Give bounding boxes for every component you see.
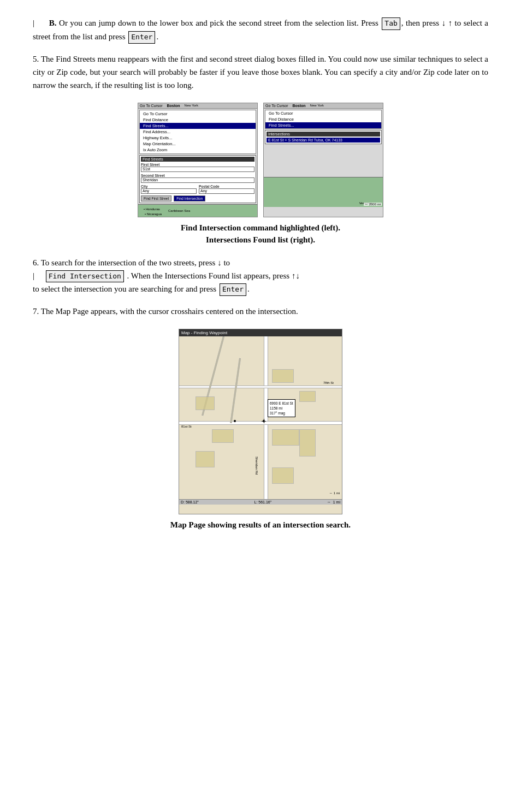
block-2 <box>299 391 316 402</box>
callout-line1: 6993 E 81st St <box>270 401 293 406</box>
pipe-symbol: | <box>33 19 34 27</box>
mini-map-left: • Honduras • Nicaragua Caribbean Sea Ven… <box>138 204 257 217</box>
down-arrow: ↓ <box>442 18 446 27</box>
dropdown-menu: Go To Cursor Find Distance Find Streets.… <box>139 110 256 154</box>
nav-item-york: New York <box>185 104 198 108</box>
second-street-input[interactable]: Sheridan <box>141 177 254 183</box>
paragraph-3: 6. To search for the intersection of the… <box>33 256 488 297</box>
nav-item-goto-r: Go To Cursor <box>265 104 288 108</box>
81st-st <box>179 421 342 425</box>
road-label-78th: 78th St <box>323 381 334 384</box>
tab-key: Tab <box>382 17 400 30</box>
map-callout: 6993 E 81st St 1158 mi 317° mag <box>268 399 295 417</box>
caption-1-line2: Intersections Found list (right). <box>33 234 488 246</box>
caption-1-line1: Find Intersection command highlighted (l… <box>33 222 488 234</box>
city-col: City Any <box>141 185 197 194</box>
callout-line2: 1158 mi <box>270 406 293 411</box>
nav-york-r: New York <box>310 104 324 108</box>
diagonal-road-2 <box>230 358 241 423</box>
block-8 <box>272 467 294 484</box>
postal-input[interactable]: Any <box>199 188 254 194</box>
intersection-item[interactable]: E 81st St + S Sheridan Rd Tulsa, OK 7413… <box>267 138 380 143</box>
map-title-bar: Map - Finding Waypoint <box>179 329 342 336</box>
map-scale-bar: ↔ 1 mi <box>329 491 340 495</box>
callout-line3: 317° mag <box>270 411 293 416</box>
pipe-p3: | <box>33 271 34 280</box>
screenshots-row-1: Go To Cursor Boston New York Go To Curso… <box>33 103 488 217</box>
right-screenshot: Go To Cursor Boston New York Go To Curso… <box>263 103 383 217</box>
nav-bar-right: Go To Cursor Boston New York <box>264 103 383 109</box>
panel-title: Find Streets <box>141 157 254 162</box>
block-3 <box>272 429 299 446</box>
enter-key: Enter <box>128 31 155 44</box>
city-label: City <box>141 185 197 188</box>
map-content: 78th St 81st St Sheridan Rd 6993 E 81st … <box>179 336 342 505</box>
arrows-p3: ↑↓ <box>292 271 300 280</box>
mini-map-right: Venezue ↔ 2000 mi <box>264 177 383 207</box>
caption-2: Map Page showing results of an intersect… <box>33 519 488 531</box>
road-label-sheridan: Sheridan Rd <box>255 457 258 475</box>
menu-item-address[interactable]: Find Address... <box>140 129 256 135</box>
paragraph-2: 5. The Find Streets menu reappears with … <box>33 52 488 92</box>
menu-item-orientation[interactable]: Map Orientation... <box>140 141 256 147</box>
menu-item-goto[interactable]: Go To Cursor <box>140 111 256 117</box>
paragraph-1: | B. Or you can jump down to the lower b… <box>33 16 488 44</box>
second-street-label: Second Street <box>141 174 254 177</box>
menu-item-highway[interactable]: Highway Exits... <box>140 135 256 141</box>
status-l: L: 561.16" <box>254 500 272 504</box>
city-input[interactable]: Any <box>141 188 197 194</box>
right-goto: Go To Cursor <box>265 110 381 116</box>
up-arrow: ↑ <box>448 18 453 27</box>
map-status-bar: D: 588.12" L: 561.16" ↔ 1 mi <box>179 499 342 505</box>
scale-text: ↔ 1 mi <box>329 491 340 495</box>
find-streets-panel: Find Streets First Street S1st Second St… <box>139 155 256 203</box>
menu-item-autozoom[interactable]: Ix Auto Zoom <box>140 147 256 153</box>
status-scale: ↔ 1 mi <box>327 500 340 504</box>
intersections-panel: Intersections E 81st St + S Sheridan Rd … <box>265 130 382 144</box>
nav-item-goto: Go To Cursor <box>140 104 163 108</box>
road-label-81st: 81st St <box>181 425 192 428</box>
map-label-honduras: • Honduras <box>144 208 160 211</box>
down-arrow-p3: ↓ <box>217 258 222 267</box>
right-distance: Find Distance <box>265 116 381 122</box>
menu-item-streets[interactable]: Find Streets... <box>140 123 256 129</box>
first-street-input[interactable]: S1st <box>141 167 254 172</box>
postal-col: Postal Code Any <box>199 185 254 194</box>
right-menu-items: Go To Cursor Find Distance Find Streets.… <box>265 110 382 129</box>
block-1 <box>272 369 294 383</box>
intersections-title: Intersections <box>267 132 380 137</box>
para1-text-after: Or you can jump down to the lower box an… <box>59 19 378 27</box>
block-6 <box>299 429 316 457</box>
left-screenshot: Go To Cursor Boston New York Go To Curso… <box>138 103 258 217</box>
nav-bar-left: Go To Cursor Boston New York <box>138 103 257 109</box>
block-4 <box>196 396 215 410</box>
nav-boston-r: Boston <box>293 104 306 108</box>
block-5 <box>212 429 234 443</box>
paragraph-4: 7. The Map Page appears, with the cursor… <box>33 305 488 318</box>
map-label-caribbean: Caribbean Sea <box>168 209 190 212</box>
78th-st <box>179 386 342 388</box>
nav-item-boston: Boston <box>167 104 180 108</box>
city-postal-row: City Any Postal Code Any <box>141 185 254 194</box>
menu-item-distance[interactable]: Find Distance <box>140 117 256 123</box>
right-streets: Find Streets... <box>265 122 381 128</box>
find-intersection-key: Find Intersection <box>46 270 124 283</box>
map-label-nicaragua: • Nicaragua <box>145 212 162 216</box>
status-d: D: 588.12" <box>181 500 199 504</box>
map-screenshot: Map - Finding Waypoint 78th St 81st St S… <box>179 329 342 514</box>
map-screenshot-container: Map - Finding Waypoint 78th St 81st St S… <box>33 329 488 514</box>
bold-b: B. <box>49 19 57 27</box>
panel-buttons: Find First Street Find Intersection <box>141 195 254 201</box>
enter-key-p3: Enter <box>220 283 246 296</box>
second-street-row: Second Street Sheridan <box>141 174 254 183</box>
postal-label: Postal Code <box>199 185 254 188</box>
first-street-label: First Street <box>141 163 254 167</box>
map-scale-right: ↔ 2000 mi <box>364 203 382 206</box>
caption-1: Find Intersection command highlighted (l… <box>33 222 488 246</box>
first-street-row: First Street S1st <box>141 163 254 172</box>
find-first-street-btn[interactable]: Find First Street <box>141 195 171 201</box>
block-7 <box>196 451 215 467</box>
find-intersection-btn[interactable]: Find Intersection <box>174 195 205 201</box>
